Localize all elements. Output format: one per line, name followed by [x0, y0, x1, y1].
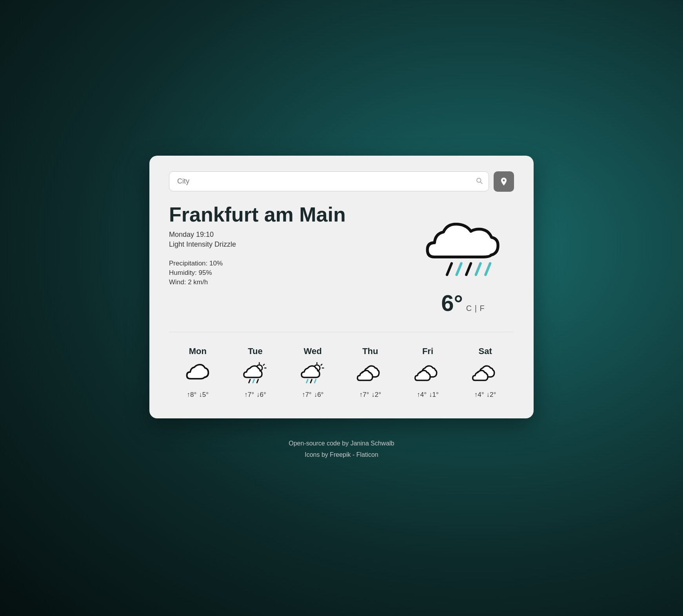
main-weather-icon	[412, 204, 514, 282]
datetime: Monday 19:10	[169, 231, 412, 239]
temperature: 6°	[441, 290, 463, 316]
svg-line-16	[321, 364, 322, 365]
svg-line-3	[457, 263, 461, 274]
forecast-temps-tue: ↑7° ↓6°	[244, 391, 266, 399]
forecast-temps-wed: ↑7° ↓6°	[302, 391, 324, 399]
forecast-icon-thu	[356, 362, 384, 385]
high-sat: ↑4°	[474, 391, 484, 399]
forecast-icon-sat	[472, 362, 499, 385]
svg-line-9	[263, 364, 265, 365]
location-button[interactable]	[494, 171, 514, 192]
humidity: Humidity: 95%	[169, 269, 412, 277]
search-icon	[476, 177, 483, 186]
svg-line-20	[314, 379, 316, 383]
high-fri: ↑4°	[417, 391, 427, 399]
forecast-temps-sat: ↑4° ↓2°	[474, 391, 496, 399]
footer-line1: Open-source code by Janina Schwalb	[289, 438, 394, 449]
low-fri: ↓1°	[429, 391, 439, 399]
high-thu: ↑7°	[360, 391, 369, 399]
svg-line-19	[311, 379, 312, 383]
forecast-icon-tue	[242, 362, 269, 385]
svg-line-5	[476, 263, 481, 274]
forecast-day-thu: Thu ↑7° ↓2°	[356, 346, 384, 399]
low-wed: ↓6°	[314, 391, 324, 399]
search-input-wrap	[169, 171, 489, 191]
svg-line-1	[480, 182, 482, 184]
high-mon: ↑8°	[187, 391, 197, 399]
precipitation: Precipitation: 10%	[169, 260, 412, 267]
day-label-thu: Thu	[362, 346, 378, 356]
footer: Open-source code by Janina Schwalb Icons…	[289, 438, 394, 461]
temperature-row: 6° C | F	[441, 290, 485, 316]
low-mon: ↓5°	[199, 391, 209, 399]
stats: Precipitation: 10% Humidity: 95% Wind: 2…	[169, 260, 412, 286]
forecast-temps-mon: ↑8° ↓5°	[187, 391, 209, 399]
day-label-tue: Tue	[248, 346, 262, 356]
low-sat: ↓2°	[487, 391, 496, 399]
weather-info: Frankfurt am Main Monday 19:10 Light Int…	[169, 204, 412, 288]
forecast-day-mon: Mon ↑8° ↓5°	[184, 346, 211, 399]
svg-line-4	[466, 263, 471, 274]
svg-line-12	[253, 379, 254, 383]
forecast-day-fri: Fri ↑4° ↓1°	[414, 346, 441, 399]
divider	[169, 332, 514, 332]
high-tue: ↑7°	[244, 391, 254, 399]
condition: Light Intensity Drizzle	[169, 240, 412, 249]
day-label-sat: Sat	[478, 346, 492, 356]
day-label-wed: Wed	[304, 346, 322, 356]
city-name: Frankfurt am Main	[169, 204, 412, 226]
day-label-mon: Mon	[189, 346, 207, 356]
forecast-temps-fri: ↑4° ↓1°	[417, 391, 439, 399]
svg-line-18	[306, 379, 307, 383]
day-label-fri: Fri	[422, 346, 433, 356]
svg-line-11	[249, 379, 250, 383]
svg-line-13	[257, 379, 258, 383]
forecast-icon-fri	[414, 362, 441, 385]
wind: Wind: 2 km/h	[169, 278, 412, 286]
forecast-day-wed: Wed ↑7° ↓6°	[299, 346, 327, 399]
search-row	[169, 171, 514, 192]
forecast-icon-wed	[299, 362, 327, 385]
forecast-day-tue: Tue ↑7° ↓6°	[242, 346, 269, 399]
svg-line-6	[485, 263, 490, 274]
svg-line-2	[447, 263, 452, 274]
high-wed: ↑7°	[302, 391, 312, 399]
forecast-temps-thu: ↑7° ↓2°	[360, 391, 381, 399]
forecast-day-sat: Sat ↑4° ↓2°	[472, 346, 499, 399]
temp-unit[interactable]: C | F	[466, 304, 485, 313]
low-thu: ↓2°	[371, 391, 381, 399]
forecast-row: Mon ↑8° ↓5° Tue	[169, 346, 514, 399]
weather-card: Frankfurt am Main Monday 19:10 Light Int…	[149, 156, 534, 418]
weather-visual: 6° C | F	[412, 204, 514, 316]
forecast-icon-mon	[184, 362, 211, 385]
footer-line2: Icons by Freepik - Flaticon	[289, 449, 394, 461]
search-input[interactable]	[169, 171, 489, 191]
pin-icon	[499, 177, 509, 186]
main-section: Frankfurt am Main Monday 19:10 Light Int…	[169, 204, 514, 316]
low-tue: ↓6°	[256, 391, 266, 399]
